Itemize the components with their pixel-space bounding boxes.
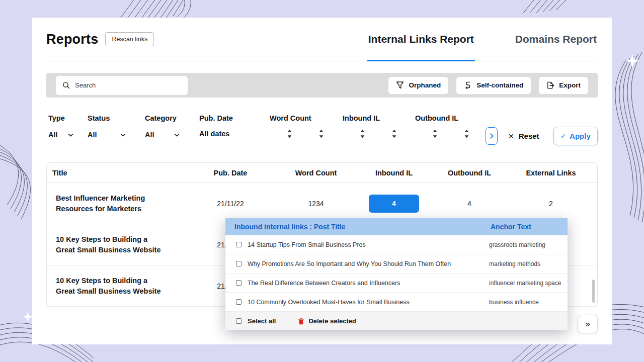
popup-anchor-text: business influence — [489, 299, 568, 306]
status-select[interactable]: All — [88, 130, 126, 140]
word-count-max-stepper[interactable] — [318, 129, 324, 140]
column-header-title: Title — [47, 169, 183, 177]
post-title: 10 Key Steps to Building a Great Small B… — [47, 276, 183, 297]
popup-post-title: Why Promotions Are So Important and Why … — [248, 260, 489, 267]
table-header-row: Title Pub. Date Word Count Inbound IL Ou… — [47, 163, 597, 183]
reports-panel: Reports Rescan links Internal Links Repo… — [32, 18, 612, 344]
outbound-il-cell: 4 — [434, 200, 505, 208]
expand-filters-button[interactable] — [486, 127, 498, 145]
post-title-line: Resources for Marketers — [56, 204, 183, 214]
export-button[interactable]: Export — [539, 77, 588, 94]
x-icon: ✕ — [508, 132, 514, 140]
popup-footer: Select all Delete selected — [225, 312, 568, 330]
filter-status-label: Status — [88, 114, 126, 122]
search-box — [56, 76, 188, 95]
search-input[interactable] — [56, 76, 188, 95]
row-checkbox[interactable] — [236, 280, 242, 286]
popup-anchor-text: grassroots marketing — [489, 241, 568, 248]
popup-anchor-text: influencer marketing space — [489, 280, 568, 287]
stepper-arrows-icon — [464, 129, 469, 139]
inbound-il-cell: 4 — [354, 195, 434, 213]
tab-domains-report[interactable]: Domains Report — [514, 18, 598, 61]
post-title-line: Best Influencer Marketing — [56, 193, 183, 204]
stepper-arrows-icon — [360, 129, 365, 139]
row-checkbox[interactable] — [236, 299, 242, 305]
select-all-checkbox[interactable] — [236, 318, 242, 324]
column-header-word-count: Word Count — [278, 169, 354, 177]
popup-row: The Real Difference Between Creators and… — [225, 274, 568, 293]
filters-bar: Type All Status All Category All Pub. Da… — [46, 114, 598, 146]
popup-anchor-text: marketing methods — [489, 260, 568, 267]
popup-post-title: The Real Difference Between Creators and… — [248, 280, 489, 287]
post-title: 10 Key Steps to Building a Great Small B… — [47, 234, 183, 255]
inbound-links-popup: Inbound internal links : Post Title Anch… — [225, 218, 568, 330]
popup-row: 10 Commonly Overlooked Must-Haves for Sm… — [225, 293, 568, 312]
export-label: Export — [559, 81, 581, 89]
orphaned-button[interactable]: Orphaned — [388, 77, 448, 94]
popup-header: Inbound internal links : Post Title Anch… — [225, 218, 568, 235]
pagination-next-label: » — [585, 319, 590, 329]
chevron-down-icon — [174, 133, 180, 137]
reset-label: Reset — [519, 132, 539, 140]
orphaned-icon — [396, 81, 404, 89]
word-count-min-stepper[interactable] — [287, 129, 292, 140]
select-all-label: Select all — [248, 317, 276, 325]
apply-button[interactable]: ✓ Apply — [553, 127, 598, 145]
filter-status: Status All — [88, 114, 126, 140]
row-checkbox[interactable] — [236, 261, 242, 266]
filter-inbound-il: Inbound IL — [343, 114, 397, 140]
filter-category-label: Category — [145, 114, 180, 122]
stepper-arrows-icon — [432, 129, 438, 139]
reset-button[interactable]: ✕ Reset — [508, 127, 539, 145]
filter-pub-date-label: Pub. Date — [199, 114, 233, 122]
outbound-il-max-stepper[interactable] — [464, 129, 469, 140]
stepper-arrows-icon — [318, 129, 324, 139]
filter-inbound-il-label: Inbound IL — [343, 114, 397, 122]
chevron-right-icon — [490, 133, 494, 139]
filter-pub-date: Pub. Date All dates — [199, 114, 233, 138]
delete-selected-button[interactable]: Delete selected — [298, 317, 356, 325]
toolbar-buttons: Orphaned Self-contained Export — [388, 77, 588, 94]
filter-type-label: Type — [48, 114, 73, 122]
row-checkbox[interactable] — [236, 242, 242, 247]
rescan-links-button[interactable]: Rescan links — [105, 32, 154, 46]
pub-date-select[interactable]: All dates — [199, 130, 233, 138]
external-links-cell: 2 — [505, 200, 597, 208]
post-title: Best Influencer Marketing Resources for … — [47, 193, 183, 214]
toolbar: Orphaned Self-contained Export — [46, 73, 598, 98]
table-scrollbar[interactable] — [592, 280, 595, 303]
tabs: Internal Links Report Domains Report — [367, 18, 598, 61]
chevron-down-icon — [68, 133, 73, 137]
post-title-line: 10 Key Steps to Building a — [56, 276, 183, 286]
inbound-il-badge[interactable]: 4 — [369, 195, 419, 213]
pagination-next-button[interactable]: » — [578, 315, 598, 333]
self-contained-button[interactable]: Self-contained — [456, 77, 531, 94]
column-header-inbound-il: Inbound IL — [354, 169, 434, 177]
tab-internal-links-report[interactable]: Internal Links Report — [367, 18, 475, 61]
popup-post-title: 14 Startup Tips From Small Business Pros — [248, 241, 489, 248]
inbound-il-min-stepper[interactable] — [360, 129, 365, 140]
filter-word-count: Word Count — [270, 114, 324, 140]
post-title-line: Great Small Business Website — [56, 245, 183, 255]
pub-date-value: All dates — [199, 130, 229, 138]
category-select-value: All — [145, 131, 154, 139]
outbound-il-min-stepper[interactable] — [432, 129, 438, 140]
chevron-down-icon — [120, 133, 126, 137]
stepper-arrows-icon — [391, 129, 397, 139]
filter-outbound-il: Outbound IL — [415, 114, 469, 140]
column-header-outbound-il: Outbound IL — [434, 169, 505, 177]
tab-label: Domains Report — [515, 33, 597, 45]
filter-type: Type All — [48, 114, 73, 140]
category-select[interactable]: All — [145, 130, 180, 140]
check-icon: ✓ — [560, 132, 566, 140]
type-select[interactable]: All — [48, 130, 73, 140]
apply-label: Apply — [570, 132, 591, 140]
export-icon — [546, 81, 554, 89]
inbound-il-max-stepper[interactable] — [391, 129, 397, 140]
popup-title: Inbound internal links : Post Title — [234, 223, 491, 231]
trash-icon — [298, 317, 304, 325]
self-contained-label: Self-contained — [476, 81, 523, 89]
anchor-text-header: Anchor Text — [491, 223, 568, 231]
filter-outbound-il-label: Outbound IL — [415, 114, 469, 122]
search-icon — [62, 81, 70, 89]
